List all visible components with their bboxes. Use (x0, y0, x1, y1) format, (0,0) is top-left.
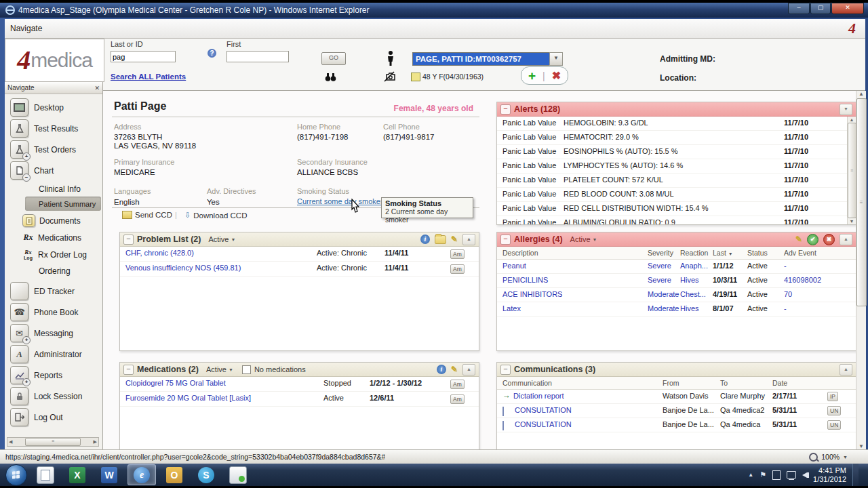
scrollbar-thumb[interactable]: ≡ (856, 98, 867, 306)
patient-photo-icon[interactable] (384, 71, 396, 82)
close-button[interactable]: ✕ (831, 3, 864, 14)
help-icon[interactable]: ? (208, 49, 216, 58)
taskbar-ie-button[interactable]: e (127, 464, 156, 485)
zoom-dropdown-icon[interactable]: ▼ (843, 455, 848, 460)
allergy-link[interactable]: Latex (502, 304, 521, 312)
problem-filter-dropdown[interactable]: Active▼ (208, 235, 235, 243)
sort-column-last[interactable]: Last ▼ (713, 249, 733, 257)
info-icon[interactable]: i (420, 235, 430, 244)
minimize-button[interactable]: ‒ (788, 3, 810, 14)
browser-vertical-scrollbar[interactable]: ▲ ≡ ▼ (856, 91, 866, 449)
collapse-minus-icon[interactable]: − (500, 365, 511, 375)
confirm-icon[interactable]: ✔ (807, 234, 818, 245)
sidebar-item-chart[interactable]: − Chart (5, 160, 102, 181)
medication-row[interactable]: Furosemide 20 MG Oral Tablet [Lasix] Act… (120, 392, 479, 407)
sidebar-item-test-orders[interactable]: + Test Orders (5, 139, 102, 160)
alert-row[interactable]: Panic Lab ValueHEMOGLOBIN: 9.3 G/DL11/7/… (497, 117, 847, 131)
sidebar-item-administrator[interactable]: A Administrator (5, 344, 102, 365)
sidebar-item-messaging[interactable]: ✉+ Messaging (5, 323, 102, 344)
amend-badge[interactable]: Am (450, 394, 465, 404)
communication-row[interactable]: CONSULTATION Banjoe De La... Qa 4medica … (497, 418, 856, 432)
panel-collapse-icon[interactable]: ▲ (462, 364, 475, 375)
panel-collapse-icon[interactable]: ▲ (840, 234, 852, 245)
taskbar-excel-button[interactable]: X (64, 465, 91, 485)
sidebar-item-reports[interactable]: + Reports (5, 365, 102, 386)
alert-row[interactable]: Panic Lab ValueALBUMIN/GLOBULIN RATIO: 0… (497, 216, 847, 224)
problem-row[interactable]: Venous insufficiency NOS (459.81) Active… (120, 262, 479, 277)
medication-filter-dropdown[interactable]: Active▼ (206, 365, 233, 373)
volume-icon[interactable] (802, 472, 807, 478)
taskbar-skype-button[interactable]: S (193, 465, 220, 485)
scrollbar-thumb[interactable]: ≡ (848, 123, 856, 218)
action-center-flag-icon[interactable]: ⚑ (760, 470, 766, 479)
allergy-link[interactable]: ACE INHIBITORS (502, 290, 562, 298)
communication-link[interactable]: Dictation report (513, 392, 564, 400)
start-button[interactable] (5, 464, 27, 486)
tray-app-icon[interactable] (772, 470, 781, 480)
communication-link[interactable]: CONSULTATION (515, 420, 572, 428)
collapse-minus-icon[interactable]: − (123, 365, 134, 375)
sidebar-item-clinical-info[interactable]: Clinical Info (5, 181, 102, 197)
communication-row[interactable]: → Dictation report Watson Davis Clare Mu… (497, 390, 856, 404)
sidebar-item-desktop[interactable]: Desktop (5, 97, 102, 118)
amend-badge[interactable]: Am (450, 380, 465, 389)
taskbar-app-button[interactable] (224, 465, 252, 485)
collapse-minus-icon[interactable]: − (123, 235, 134, 245)
send-ccd-button[interactable]: Send CCD (122, 211, 172, 219)
search-all-patients-link[interactable]: Search ALL Patients (111, 73, 186, 81)
sidebar-item-lock-session[interactable]: Lock Session (5, 386, 102, 407)
sidebar-item-ed-tracker[interactable]: ED Tracker (5, 281, 102, 302)
sidebar-item-rx-order-log[interactable]: Rx Log Rx Order Log (5, 246, 102, 263)
no-medications-checkbox[interactable] (242, 365, 251, 374)
sidebar-item-phone-book[interactable]: ☎ Phone Book (5, 302, 102, 323)
taskbar-word-button[interactable]: W (96, 465, 123, 485)
medication-link[interactable]: Furosemide 20 MG Oral Tablet [Lasix] (125, 394, 251, 402)
info-icon[interactable]: i (437, 365, 446, 374)
alert-row[interactable]: Panic Lab ValueEOSINOPHILS % (AUTO): 15.… (497, 145, 847, 159)
edit-icon[interactable]: ✎ (795, 235, 802, 244)
alert-row[interactable]: Panic Lab ValueHEMATOCRIT: 29.0 %11/7/10 (497, 131, 847, 145)
zoom-control[interactable]: 100% ▼ (809, 453, 868, 462)
patient-select-arrow-icon[interactable]: ▼ (549, 52, 563, 66)
remove-icon[interactable]: ✖ (823, 234, 835, 245)
maximize-button[interactable]: ▢ (810, 3, 831, 14)
panel-collapse-icon[interactable]: ▲ (462, 234, 475, 245)
alert-row[interactable]: Panic Lab ValueRED BLOOD COUNT: 3.08 M/U… (497, 188, 847, 202)
sidebar-item-test-results[interactable]: Test Results (5, 118, 102, 139)
communication-row[interactable]: CONSULTATION Banjoe De La... Qa 4medica2… (497, 404, 856, 418)
edit-icon[interactable]: ✎ (451, 365, 458, 374)
binoculars-icon[interactable] (325, 72, 336, 82)
communication-link[interactable]: CONSULTATION (515, 406, 572, 414)
last-or-id-input[interactable] (111, 51, 176, 62)
scroll-down-icon[interactable]: ▼ (850, 219, 854, 224)
menu-navigate[interactable]: Navigate (5, 24, 42, 33)
allergy-row[interactable]: ACE INHIBITORS Moderate Chest... 4/19/11… (497, 288, 856, 302)
medication-link[interactable]: Clopidogrel 75 MG Oral Tablet (125, 379, 226, 387)
network-icon[interactable] (787, 471, 796, 479)
allergy-row[interactable]: Latex Moderate Hives 8/1/07 Active - (497, 302, 856, 317)
problem-row[interactable]: CHF, chronic (428.0) Active: Chronic 11/… (120, 247, 479, 262)
sidebar-item-ordering[interactable]: Ordering (5, 263, 102, 279)
sidebar-item-documents[interactable]: Documents (5, 212, 102, 229)
allergy-link[interactable]: Peanut (502, 262, 526, 270)
sidebar-horizontal-scrollbar[interactable]: ◀ ≡ ▶ (7, 437, 99, 447)
alerts-scrollbar[interactable]: ▲ ≡ ▼ (847, 117, 856, 224)
edit-icon[interactable]: ✎ (451, 235, 458, 244)
show-desktop-button[interactable] (852, 464, 859, 486)
medication-row[interactable]: Clopidogrel 75 MG Oral Tablet Stopped 1/… (120, 377, 479, 392)
first-input[interactable] (226, 51, 289, 62)
scroll-up-icon[interactable]: ▲ (850, 117, 854, 122)
scrollbar-thumb[interactable]: ≡ (25, 438, 81, 446)
problem-link[interactable]: Venous insufficiency NOS (459.81) (125, 264, 241, 272)
amend-badge[interactable]: Am (450, 249, 465, 259)
add-patient-icon[interactable]: + (528, 70, 536, 82)
panel-collapse-icon[interactable]: ▲ (840, 364, 852, 375)
alert-row[interactable]: Panic Lab ValueRED CELL DISTRIBUTION WID… (497, 202, 847, 216)
sidebar-item-medications[interactable]: Rx Medications (5, 229, 102, 246)
tray-expand-icon[interactable]: ▲ (748, 472, 753, 478)
collapse-minus-icon[interactable]: − (500, 235, 511, 245)
amend-badge[interactable]: Am (450, 264, 465, 274)
scroll-up-icon[interactable]: ▲ (859, 91, 864, 97)
alert-row[interactable]: Panic Lab ValueLYMPHOCYTES % (AUTO): 14.… (497, 159, 847, 174)
taskbar-notepad-button[interactable] (32, 465, 59, 485)
